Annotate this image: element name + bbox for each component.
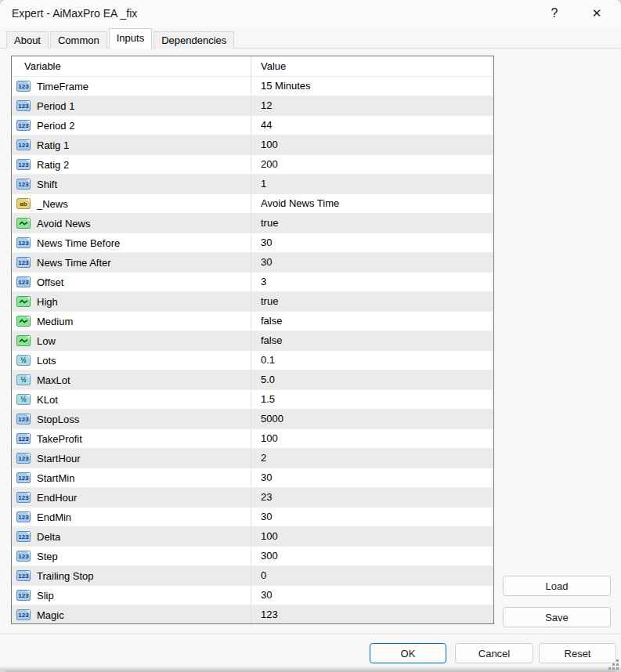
value-cell[interactable]: 100 — [251, 429, 493, 448]
value-cell[interactable]: 5000 — [251, 410, 493, 428]
table-row[interactable]: Avoid Newstrue — [12, 214, 493, 233]
double-type-icon: ½ — [16, 374, 31, 385]
save-button[interactable]: Save — [503, 607, 611, 627]
table-row[interactable]: Hightrue — [12, 292, 493, 312]
variable-cell: 123Trailing Stop — [12, 566, 251, 585]
table-row[interactable]: 123EndMin30 — [12, 508, 493, 527]
variable-name: Shift — [37, 179, 57, 190]
value-cell[interactable]: 12 — [251, 96, 493, 115]
value-cell[interactable]: 23 — [251, 488, 493, 507]
help-button[interactable]: ? — [536, 0, 572, 27]
value-cell[interactable]: 30 — [251, 253, 493, 272]
table-row[interactable]: 123TimeFrame15 Minutes — [12, 77, 493, 96]
int-type-icon: 123 — [16, 551, 31, 562]
help-icon: ? — [551, 6, 558, 20]
variable-name: Step — [37, 551, 58, 562]
variable-name: Avoid News — [37, 218, 90, 229]
value-cell[interactable]: 0 — [251, 566, 493, 585]
variable-name: Lots — [37, 355, 56, 367]
cancel-button[interactable]: Cancel — [455, 643, 533, 663]
value-cell[interactable]: true — [251, 214, 493, 233]
double-type-icon: ½ — [16, 355, 31, 366]
value-cell[interactable]: 1.5 — [251, 390, 493, 409]
table-row[interactable]: 123Slip30 — [12, 586, 493, 605]
value-cell[interactable]: 0.1 — [251, 351, 493, 370]
value-cell[interactable]: 15 Minutes — [251, 77, 493, 96]
resize-grip[interactable] — [608, 659, 619, 670]
load-button[interactable]: Load — [503, 576, 611, 596]
variable-cell: 123EndHour — [12, 488, 251, 507]
table-row[interactable]: 123StartMin30 — [12, 468, 493, 488]
tab-common[interactable]: Common — [50, 31, 107, 49]
table-row[interactable]: 123Period 112 — [12, 96, 493, 116]
table-row[interactable]: 123Trailing Stop0 — [12, 566, 493, 586]
value-cell[interactable]: 200 — [251, 155, 493, 174]
expert-properties-dialog: Expert - AiMaxPro EA _fix ? ✕ AboutCommo… — [0, 0, 621, 672]
value-cell[interactable]: 1 — [251, 175, 493, 193]
variable-name: Trailing Stop — [37, 570, 94, 582]
table-row[interactable]: ½MaxLot5.0 — [12, 370, 493, 390]
value-cell[interactable]: false — [251, 312, 493, 331]
table-row[interactable]: 123Magic123 — [12, 605, 493, 624]
table-row[interactable]: ½Lots0.1 — [12, 351, 493, 370]
int-type-icon: 123 — [16, 179, 31, 190]
table-row[interactable]: 123Ratig 2200 — [12, 155, 493, 175]
value-cell[interactable]: true — [251, 292, 493, 311]
tab-bar: AboutCommonInputsDependencies — [6, 28, 621, 49]
int-type-icon: 123 — [16, 81, 31, 92]
tab-about[interactable]: About — [6, 31, 49, 49]
int-type-icon: 123 — [16, 511, 31, 522]
value-cell[interactable]: 2 — [251, 449, 493, 468]
table-row[interactable]: 123TakeProfit100 — [12, 429, 493, 449]
variable-cell: Avoid News — [12, 214, 251, 233]
bool-type-icon — [16, 316, 31, 327]
value-cell[interactable]: 5.0 — [251, 370, 493, 389]
variable-cell: ½Lots — [12, 351, 251, 370]
variable-cell: 123Ratig 1 — [12, 135, 251, 154]
value-cell[interactable]: 44 — [251, 116, 493, 135]
reset-button[interactable]: Reset — [539, 643, 616, 663]
table-row[interactable]: 123EndHour23 — [12, 488, 493, 508]
value-cell[interactable]: 30 — [251, 586, 493, 605]
table-row[interactable]: 123StartHour2 — [12, 449, 493, 468]
variable-name: Magic — [37, 609, 64, 621]
table-row[interactable]: 123Shift1 — [12, 175, 493, 194]
table-row[interactable]: 123Delta100 — [12, 527, 493, 547]
value-cell[interactable]: 30 — [251, 468, 493, 487]
value-cell[interactable]: Avoid News Time — [251, 194, 493, 213]
variable-cell: 123Ratig 2 — [12, 155, 251, 174]
table-row[interactable]: 123Offset3 — [12, 273, 493, 292]
table-row[interactable]: 123StopLoss5000 — [12, 410, 493, 429]
table-row[interactable]: 123Ratig 1100 — [12, 135, 493, 155]
int-type-icon: 123 — [16, 100, 31, 111]
value-cell[interactable]: 123 — [251, 605, 493, 624]
tab-dependencies[interactable]: Dependencies — [153, 31, 234, 49]
table-row[interactable]: 123Step300 — [12, 547, 493, 566]
int-type-icon: 123 — [16, 120, 31, 131]
close-button[interactable]: ✕ — [579, 0, 615, 27]
table-row[interactable]: 123Period 244 — [12, 116, 493, 135]
table-row[interactable]: 123News Time After30 — [12, 253, 493, 273]
ok-button[interactable]: OK — [370, 643, 446, 663]
table-row[interactable]: ½KLot1.5 — [12, 390, 493, 410]
int-type-icon: 123 — [16, 276, 31, 287]
variable-cell: 123Delta — [12, 527, 251, 546]
value-cell[interactable]: 100 — [251, 527, 493, 546]
table-row[interactable]: Lowfalse — [12, 331, 493, 351]
value-cell[interactable]: 300 — [251, 547, 493, 565]
value-cell[interactable]: 3 — [251, 273, 493, 291]
tab-inputs[interactable]: Inputs — [109, 28, 152, 49]
variable-cell: 123Period 2 — [12, 116, 251, 135]
variable-cell: ½MaxLot — [12, 370, 251, 389]
value-cell[interactable]: 30 — [251, 508, 493, 526]
table-row[interactable]: ab_NewsAvoid News Time — [12, 194, 493, 214]
variable-name: TakeProfit — [37, 433, 82, 445]
value-cell[interactable]: 100 — [251, 135, 493, 154]
int-type-icon: 123 — [16, 472, 31, 483]
value-cell[interactable]: 30 — [251, 233, 493, 252]
string-type-icon: ab — [16, 198, 31, 209]
value-cell[interactable]: false — [251, 331, 493, 350]
table-row[interactable]: 123News Time Before30 — [12, 233, 493, 253]
variable-cell: 123StartMin — [12, 468, 251, 487]
table-row[interactable]: Mediumfalse — [12, 312, 493, 331]
